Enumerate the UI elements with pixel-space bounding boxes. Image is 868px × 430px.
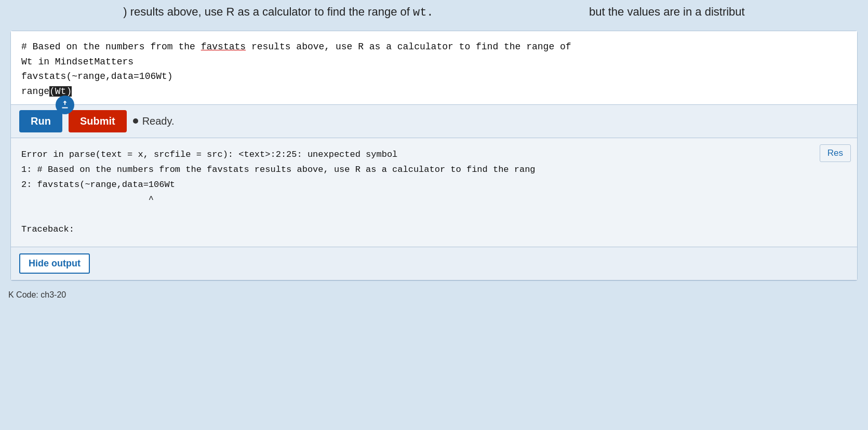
submit-button[interactable]: Submit bbox=[69, 110, 127, 132]
reset-button-area: Res bbox=[820, 144, 851, 162]
run-button[interactable]: Run bbox=[19, 110, 62, 132]
top-bar: ) results above, use R as a calculator t… bbox=[0, 0, 868, 25]
hide-output-area: Hide output bbox=[11, 247, 857, 280]
top-bar-text: ) results above, use R as a calculator t… bbox=[123, 5, 744, 18]
ready-status: Ready. bbox=[133, 115, 175, 127]
main-container: # Based on the numbers from the favstats… bbox=[10, 31, 858, 281]
output-area: Res Error in parse(text = x, srcfile = s… bbox=[11, 138, 857, 247]
upload-icon bbox=[59, 99, 71, 111]
favstats-keyword: favstats bbox=[201, 42, 246, 52]
ready-label: Ready. bbox=[142, 115, 175, 127]
ready-dot bbox=[133, 118, 138, 124]
toolbar: Run Submit Ready. bbox=[11, 105, 857, 138]
code-line-1-comment: # Based on the numbers from the favstats… bbox=[21, 42, 571, 52]
code-content: # Based on the numbers from the favstats… bbox=[21, 39, 847, 99]
code-editor[interactable]: # Based on the numbers from the favstats… bbox=[11, 31, 857, 105]
wt-label: wt. bbox=[413, 6, 434, 19]
upload-icon-button[interactable] bbox=[56, 96, 74, 114]
reset-button[interactable]: Res bbox=[820, 144, 851, 162]
footer-label: K Code: ch3-20 bbox=[8, 290, 66, 299]
hide-output-button[interactable]: Hide output bbox=[19, 253, 90, 274]
code-line-2: Wt in MindsetMatters bbox=[21, 57, 133, 67]
footer: K Code: ch3-20 bbox=[0, 286, 868, 304]
output-content: Error in parse(text = x, srcfile = src):… bbox=[21, 147, 847, 237]
code-line-3: favstats(~range,data=106Wt) bbox=[21, 71, 173, 82]
